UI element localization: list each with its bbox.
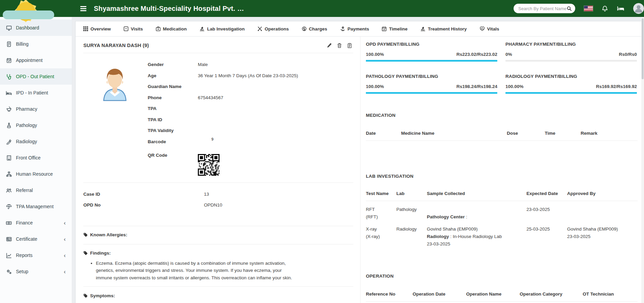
divider: [83, 244, 353, 244]
certificate-card-icon: [5, 236, 12, 242]
sidebar: Dashboard Billing Appointment OPD - Out …: [0, 17, 72, 303]
field-row-qr: QR Code: [148, 151, 353, 174]
tab-lab-investigation[interactable]: Lab Investigation: [193, 21, 251, 36]
chevron-left-icon: ‹: [64, 236, 68, 242]
field-row: Guardian Name: [148, 83, 353, 94]
medication-title: MEDICATION: [366, 113, 638, 118]
logo-pill-shape: [3, 10, 54, 19]
billing-card-radiology: RADIOLOGY PAYMENT/BILLING 100.00%Rs169.9…: [505, 74, 637, 94]
tab-charges[interactable]: Charges: [295, 21, 334, 36]
reports-chart-icon: [5, 253, 12, 258]
opd-stethoscope-icon: [5, 74, 12, 80]
patient-fields: GenderMale Age36 Year 1 Month 7 Days (As…: [148, 61, 353, 174]
finance-money-icon: [5, 220, 12, 226]
tag-icon: [83, 233, 88, 237]
calendar-check-icon: [382, 26, 387, 31]
tab-medication[interactable]: Medication: [149, 21, 193, 36]
search-input[interactable]: [518, 6, 567, 11]
field-row: TPA ID: [148, 116, 353, 127]
pathology-flask-icon: [5, 123, 12, 128]
search-icon[interactable]: [567, 6, 572, 11]
billing-amount: Rs0/Rs0: [619, 52, 637, 57]
sidebar-item-pharmacy[interactable]: Pharmacy: [0, 101, 72, 117]
sidebar-item-ipd[interactable]: IPD - In Patient: [0, 85, 72, 101]
edit-patient-icon[interactable]: [327, 43, 332, 48]
sidebar-item-human-resource[interactable]: Human Resource: [0, 166, 72, 182]
report-clipboard-icon[interactable]: [347, 43, 352, 48]
main-content: Overview Visits Medication Lab Investiga…: [72, 17, 644, 303]
ipd-bed-icon: [5, 90, 12, 96]
medication-table: Date Medicine Name Dose Time Remark: [366, 131, 638, 141]
tab-timeline[interactable]: Timeline: [375, 21, 414, 36]
front-office-building-icon: [5, 155, 12, 161]
billing-card-pharmacy: PHARMACY PAYMENT/BILLING 0%Rs0/Rs0: [505, 42, 637, 62]
patient-photo: [97, 65, 133, 102]
hospital-logo: [0, 0, 72, 17]
sidebar-item-tpa-management[interactable]: TPA Management: [0, 198, 72, 215]
notifications-bell-icon[interactable]: [602, 5, 608, 12]
table-header-row: Date Medicine Name Dose Time Remark: [366, 131, 638, 141]
tab-overview[interactable]: Overview: [77, 21, 117, 36]
sidebar-item-billing[interactable]: Billing: [0, 36, 72, 52]
setup-gears-icon: [5, 269, 12, 275]
patient-overview-card: Overview Visits Medication Lab Investiga…: [75, 21, 642, 303]
operation-section: OPERATION Reference No Operation Date Op…: [366, 274, 638, 302]
chevron-left-icon: ‹: [64, 253, 68, 258]
sidebar-item-referral[interactable]: Referral: [0, 182, 72, 198]
progress-bar: [505, 60, 637, 62]
appointment-icon: [5, 58, 12, 63]
chevron-left-icon: ‹: [64, 220, 68, 226]
lab-title: LAB INVESTIGATION: [366, 174, 638, 179]
radiology-tube-icon: [5, 139, 12, 145]
billing-amount: Rs169.92/Rs169.92: [596, 84, 637, 89]
sidebar-item-reports[interactable]: Reports ‹: [0, 247, 72, 263]
sidebar-item-pathology[interactable]: Pathology: [0, 117, 72, 133]
language-flag-icon[interactable]: [584, 6, 593, 11]
sidebar-item-appointment[interactable]: Appointment: [0, 52, 72, 68]
tab-payments[interactable]: Payments: [334, 21, 376, 36]
field-row: OPD NoOPDN10: [83, 201, 353, 212]
sidebar-item-finance[interactable]: Finance ‹: [0, 215, 72, 231]
page-scrollbar: [641, 17, 644, 303]
billing-percent: 100.00%: [366, 52, 384, 57]
scrollbar-thumb[interactable]: [642, 18, 644, 79]
qr-code-image: [198, 153, 220, 174]
scissors-icon: [257, 26, 262, 31]
lab-row: RFT(RFT) Pathology Pathology Center : 23…: [366, 201, 638, 221]
tab-treatment-history[interactable]: Treatment History: [414, 21, 473, 36]
tab-operations[interactable]: Operations: [251, 21, 295, 36]
sidebar-item-opd[interactable]: OPD - Out Patient: [0, 68, 72, 85]
lab-investigation-section: LAB INVESTIGATION Test Name Lab Sample C…: [366, 174, 638, 248]
treatment-history-icon: [420, 26, 425, 31]
delete-patient-icon[interactable]: [337, 43, 342, 48]
patient-summary-pane: SURYA NARAYAN DASH (9): [76, 37, 360, 303]
table-header-row: Test Name Lab Sample Collected Expected …: [366, 191, 638, 201]
billing-amount: Rs198.24/Rs198.24: [456, 84, 497, 89]
findings-item: Eczema. Eczema (atopic dermatitis) is ca…: [96, 260, 296, 282]
menu-toggle-icon[interactable]: [80, 6, 88, 11]
field-row: GenderMale: [148, 61, 353, 72]
divider: [83, 182, 353, 183]
progress-bar: [366, 92, 497, 94]
table-header-row: Reference No Operation Date Operation Na…: [366, 291, 638, 302]
medication-section: MEDICATION Date Medicine Name Dose Time …: [366, 113, 638, 141]
tab-vitals[interactable]: Vitals: [473, 21, 506, 36]
charges-coin-icon: [302, 26, 307, 31]
divider: [83, 286, 353, 287]
bed-status-icon[interactable]: [617, 5, 624, 12]
sidebar-item-setup[interactable]: Setup ‹: [0, 263, 72, 280]
billing-amount: Rs223.02/Rs223.02: [456, 52, 497, 57]
field-row: Phone6754434567: [148, 94, 353, 105]
sidebar-item-front-office[interactable]: Front Office: [0, 150, 72, 166]
billing-card-pathology: PATHOLOGY PAYMENT/BILLING 100.00%Rs198.2…: [366, 74, 497, 94]
tab-visits[interactable]: Visits: [117, 21, 149, 36]
billing-icon: [5, 41, 12, 47]
user-avatar[interactable]: [633, 3, 644, 14]
sidebar-item-certificate[interactable]: Certificate ‹: [0, 231, 72, 247]
field-row-barcode: Barcode 9: [148, 138, 353, 151]
patient-search: [514, 4, 575, 13]
pharmacy-mortar-icon: [5, 106, 12, 112]
sidebar-item-radiology[interactable]: Radiology: [0, 133, 72, 150]
operation-table: Reference No Operation Date Operation Na…: [366, 291, 638, 302]
divider: [83, 53, 353, 53]
